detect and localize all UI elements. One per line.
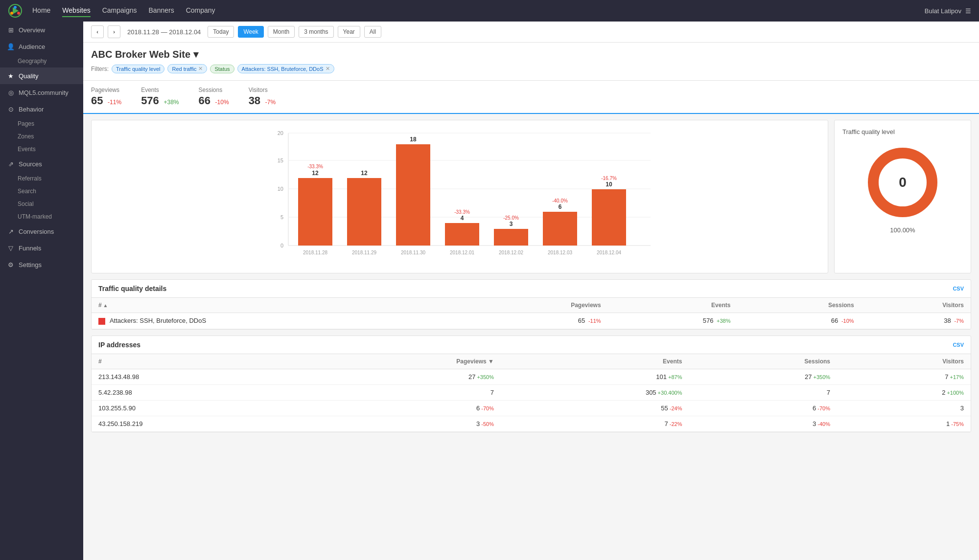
filter-quality[interactable]: Traffic quality level	[112, 65, 164, 73]
sidebar-item-overview[interactable]: ⊞ Overview	[0, 22, 83, 38]
quality-table: # Pageviews Events Sessions Visitors Att…	[92, 298, 971, 329]
stat-visitors-label: Visitors	[249, 87, 276, 93]
sidebar-item-referrals[interactable]: Referrals	[0, 172, 83, 185]
community-icon: ◎	[7, 89, 15, 96]
dropdown-icon[interactable]: ▾	[193, 48, 198, 60]
sidebar-label-audience: Audience	[19, 43, 45, 50]
ip-table-row: 213.143.48.98 27+350% 101+87% 27+350% 7+…	[92, 369, 971, 384]
svg-text:-25.0%: -25.0%	[503, 215, 519, 221]
ip-table-section: IP addresses CSV # Pageviews ▼ Events Se…	[91, 336, 971, 432]
bar-3[interactable]	[396, 144, 430, 246]
ip-row-vis: 1-75%	[837, 416, 971, 431]
svg-text:5: 5	[280, 214, 283, 220]
bar-1[interactable]	[298, 178, 332, 246]
quality-vis: 38 -7%	[861, 313, 971, 329]
stat-events-value-row: 576 +38%	[141, 94, 179, 107]
ip-table-title: IP addresses	[98, 341, 140, 349]
sidebar-item-social[interactable]: Social	[0, 198, 83, 210]
person-icon: 👤	[7, 43, 15, 50]
filter-attackers[interactable]: Attackers: SSH, Bruteforce, DDoS ✕	[237, 64, 334, 73]
period-week[interactable]: Week	[238, 26, 263, 38]
quality-col-sessions[interactable]: Sessions	[737, 298, 861, 313]
sidebar-item-utm[interactable]: UTM-marked	[0, 210, 83, 223]
sidebar-label-quality: Quality	[19, 72, 38, 80]
nav-campaigns[interactable]: Campaigns	[102, 4, 137, 17]
nav-company[interactable]: Company	[186, 4, 215, 17]
ip-col-pageviews[interactable]: Pageviews ▼	[309, 354, 501, 369]
date-range: 2018.11.28 — 2018.12.04	[127, 28, 201, 36]
sidebar-item-settings[interactable]: ⚙ Settings	[0, 256, 83, 273]
quality-col-visitors[interactable]: Visitors	[861, 298, 971, 313]
period-today[interactable]: Today	[208, 26, 234, 38]
donut-center-value: 0	[899, 175, 907, 190]
ip-col-sessions[interactable]: Sessions	[689, 354, 837, 369]
bar-7[interactable]	[592, 189, 626, 246]
sidebar-item-geography[interactable]: Geography	[0, 55, 83, 67]
sidebar-item-quality[interactable]: ★ Quality	[0, 67, 83, 84]
quality-col-events[interactable]: Events	[608, 298, 738, 313]
chart-container: 0 5 10 15 20 12 -33.3% 2018.11.28 12	[99, 128, 820, 265]
ip-row-address: 213.143.48.98	[92, 369, 309, 384]
sidebar-item-events[interactable]: Events	[0, 143, 83, 156]
nav-banners[interactable]: Banners	[149, 4, 174, 17]
sidebar-item-mql5[interactable]: ◎ MQL5.community	[0, 84, 83, 101]
stat-visitors-number: 38	[249, 94, 260, 107]
bar-5[interactable]	[494, 229, 528, 246]
ip-col-events[interactable]: Events	[501, 354, 689, 369]
stat-events-number: 576	[141, 94, 159, 107]
period-3months[interactable]: 3 months	[299, 26, 333, 38]
sidebar-item-pages[interactable]: Pages	[0, 117, 83, 130]
sidebar-item-zones[interactable]: Zones	[0, 130, 83, 143]
quality-table-row: Attackers: SSH, Bruteforce, DDoS 65 -11%…	[92, 313, 971, 329]
ip-table-row: 5.42.238.98 7 305+30.400% 7 2+100%	[92, 384, 971, 400]
quality-col-hash[interactable]: #	[92, 298, 471, 313]
quality-table-header: Traffic quality details CSV	[92, 280, 971, 298]
period-year[interactable]: Year	[338, 26, 360, 38]
ip-row-address: 5.42.238.98	[92, 384, 309, 400]
ip-col-hash[interactable]: #	[92, 354, 309, 369]
sidebar-item-behavior[interactable]: ⊙ Behavior	[0, 101, 83, 117]
next-period-button[interactable]: ›	[108, 25, 120, 38]
sidebar-item-conversions[interactable]: ↗ Conversions	[0, 223, 83, 240]
sidebar-item-funnels[interactable]: ▽ Funnels	[0, 240, 83, 256]
bar-2[interactable]	[347, 178, 381, 246]
stat-events-label: Events	[141, 87, 179, 93]
stat-pageviews-change: -11%	[108, 99, 121, 106]
filter-red-traffic[interactable]: Red traffic ✕	[167, 64, 207, 73]
stat-pageviews-value-row: 65 -11%	[91, 94, 121, 107]
ip-row-ses: 27+350%	[689, 369, 837, 384]
stat-pageviews-label: Pageviews	[91, 87, 121, 93]
user-menu-icon[interactable]: ☰	[965, 7, 971, 15]
sidebar-item-search[interactable]: Search	[0, 185, 83, 198]
sidebar-item-sources[interactable]: ⇗ Sources	[0, 156, 83, 172]
quality-csv-link[interactable]: CSV	[953, 286, 964, 291]
sidebar-label-overview: Overview	[19, 26, 45, 34]
link-icon: ⇗	[7, 160, 15, 168]
ip-col-visitors[interactable]: Visitors	[837, 354, 971, 369]
quality-table-section: Traffic quality details CSV # Pageviews …	[91, 279, 971, 330]
period-month[interactable]: Month	[268, 26, 295, 38]
quality-table-header-row: # Pageviews Events Sessions Visitors	[92, 298, 971, 313]
ip-table-row: 43.250.158.219 3-50% 7-22% 3-40% 1-75%	[92, 416, 971, 431]
bar-6[interactable]	[543, 212, 577, 246]
prev-period-button[interactable]: ‹	[91, 25, 104, 38]
ip-row-ses: 6-70%	[689, 400, 837, 416]
nav-websites[interactable]: Websites	[62, 4, 90, 17]
sidebar-item-audience[interactable]: 👤 Audience	[0, 38, 83, 55]
period-all[interactable]: All	[364, 26, 381, 38]
quality-col-pageviews[interactable]: Pageviews	[471, 298, 607, 313]
logo-icon[interactable]	[8, 3, 23, 18]
stats-row: Pageviews 65 -11% Events 576 +38% Sessio…	[83, 81, 979, 114]
stat-sessions-label: Sessions	[199, 87, 229, 93]
filter-attackers-close[interactable]: ✕	[326, 66, 330, 72]
ip-row-ses: 7	[689, 384, 837, 400]
ip-csv-link[interactable]: CSV	[953, 342, 964, 348]
svg-point-2	[14, 6, 17, 9]
svg-text:2018.11.28: 2018.11.28	[303, 250, 327, 255]
nav-home[interactable]: Home	[32, 4, 50, 17]
filter-red-close[interactable]: ✕	[198, 66, 203, 72]
ip-row-pv: 7	[309, 384, 501, 400]
bar-4[interactable]	[445, 223, 479, 246]
svg-point-3	[17, 12, 20, 15]
stat-visitors-value-row: 38 -7%	[249, 94, 276, 107]
